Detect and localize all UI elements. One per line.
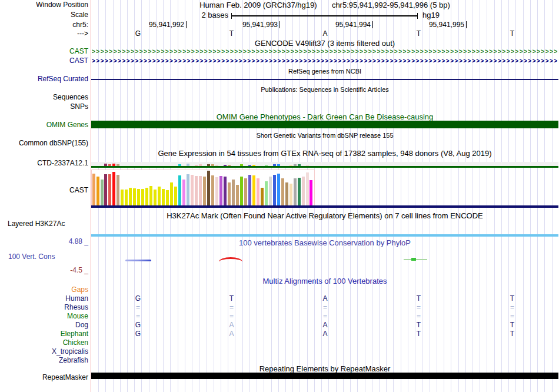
multiz-base-cell: = (414, 313, 424, 320)
multiz-track-title: Multiz Alignments of 100 Vertebrates (91, 277, 558, 285)
gtex-tissue-bar (248, 175, 251, 207)
multiz-species-label[interactable]: Chicken (0, 339, 88, 347)
gencode-cast-minus-strand-arrows[interactable]: >>>>>>>>>>>>>>>>>>>>>>>>>>>>>>>>>>>>>>>>… (92, 57, 558, 65)
repeatmasker-element-bar[interactable] (91, 373, 558, 379)
gtex-tissue-bar (133, 188, 136, 207)
gtex-tissue-bar (149, 186, 152, 207)
gtex-tissue-bar (191, 175, 194, 207)
multiz-species-label[interactable]: Dog (0, 321, 88, 329)
gtex-tissue-bar (261, 188, 264, 207)
chrom-label: chr5: (0, 21, 88, 29)
gtex-tissue-bar (178, 175, 181, 207)
gtex-tissue-bar (310, 180, 312, 207)
reference-base: A (320, 30, 331, 38)
multiz-species-label[interactable]: Human (0, 295, 88, 303)
multiz-base-cell: = (133, 313, 144, 320)
multiz-species-label[interactable]: Gaps (0, 286, 88, 294)
gencode-track-title: GENCODE V49lift37 (3 items filtered out) (91, 39, 558, 48)
gtex-tissue-bar (252, 175, 255, 207)
h3k27ac-track-title: H3K27Ac Mark (Often Found Near Active Re… (91, 212, 558, 220)
gtex-tissue-bar (298, 178, 301, 207)
omim-genes-label[interactable]: OMIM Genes (0, 121, 88, 129)
scale-assembly-text: hg19 (422, 11, 440, 19)
assembly-text: Human Feb. 2009 (GRCh37/hg19) (199, 1, 317, 9)
multiz-species-label[interactable]: Rhesus (0, 304, 88, 311)
gtex-tissue-bar (285, 182, 288, 207)
multiz-species-label[interactable]: Elephant (0, 330, 88, 338)
ruler-tick-mark (466, 21, 467, 28)
gencode-cast-plus-strand-arrows[interactable]: >>>>>>>>>>>>>>>>>>>>>>>>>>>>>>>>>>>>>>>>… (92, 48, 558, 55)
repeatmasker-track-title: Repeating Elements by RepeatMasker (91, 365, 558, 373)
position-text: chr5:95,941,992-95,941,996 (5 bp) (332, 1, 450, 9)
gtex-tissue-bar (228, 182, 231, 207)
window-position-label: Window Position (0, 1, 88, 9)
gtex-tissue-bar (240, 177, 243, 207)
sequences-label[interactable]: Sequences (0, 94, 88, 101)
multiz-base-cell: = (414, 304, 424, 311)
reference-base: T (507, 30, 518, 38)
snps-label[interactable]: SNPs (0, 103, 88, 111)
omim-track-title: OMIM Gene Phenotypes - Dark Green Can Be… (91, 113, 558, 121)
gtex-gene2-label[interactable]: CAST (0, 187, 88, 194)
gtex-tissue-bar (121, 190, 124, 207)
multiz-base-cell: T (227, 295, 237, 303)
gtex-tissue-bar (302, 177, 305, 207)
repeatmasker-label[interactable]: RepeatMasker (0, 374, 88, 381)
gtex-tissue-bar (207, 171, 210, 207)
multiz-species-label[interactable]: Mouse (0, 313, 88, 320)
conservation-max-label: 4.88 _ (0, 238, 88, 245)
gtex-tissue-bar (129, 188, 132, 207)
reference-base: T (227, 30, 237, 38)
gencode-item-cast-plus-label[interactable]: CAST (0, 48, 88, 55)
common-dbsnp-label[interactable]: Common dbSNP(155) (0, 139, 88, 147)
multiz-base-cell: A (227, 321, 237, 329)
scale-label: Scale (0, 11, 88, 19)
conservation-label[interactable]: 100 Vert. Cons (8, 253, 55, 261)
conservation-track-title: 100 vertebrates Basewise Conservation by… (91, 239, 558, 247)
phylop-score-mark-negative-blue (125, 260, 151, 261)
refseq-gene-line[interactable] (91, 79, 558, 80)
gtex-tissue-bar (125, 190, 128, 207)
refseq-curated-label[interactable]: RefSeq Curated (0, 75, 88, 83)
conservation-min-label: -4.5 _ (0, 267, 88, 274)
genome-browser-view[interactable]: Window Position Human Feb. 2009 (GRCh37/… (0, 0, 559, 392)
gtex-tissue-bar (158, 187, 161, 207)
h3k27ac-label[interactable]: Layered H3K27Ac (8, 220, 65, 228)
gtex-gene1-label[interactable]: CTD-2337A12.1 (0, 160, 88, 167)
scale-bar (231, 15, 418, 16)
multiz-base-cell: = (320, 304, 331, 311)
gtex-gene1-line[interactable] (91, 166, 558, 168)
multiz-base-cell: A (320, 330, 331, 338)
gtex-tissue-bar (203, 177, 206, 207)
phylop-score-mark-green-square (411, 258, 416, 261)
gtex-tissue-bar (215, 177, 218, 207)
strand-label[interactable]: ---> (0, 30, 88, 38)
multiz-base-cell: T (414, 321, 424, 329)
gtex-tissue-bar (92, 174, 95, 207)
omim-gene-bar[interactable] (91, 121, 558, 128)
multiz-base-cell: A (320, 295, 331, 303)
ruler-tick-mark (280, 21, 280, 28)
phylop-score-mark-red (219, 257, 242, 262)
gtex-tissue-bar (137, 189, 140, 207)
multiz-base-cell: = (133, 304, 144, 311)
multiz-species-label[interactable]: Zebrafish (0, 357, 88, 364)
ruler-tick-label: 95,941,994 (326, 21, 371, 29)
multiz-base-cell: T (507, 330, 518, 338)
h3k27ac-signal-line[interactable] (91, 234, 558, 237)
publications-track-title: Publications: Sequences in Scientific Ar… (91, 85, 558, 94)
scale-bar-left-tick (231, 13, 232, 19)
gtex-tissue-bar (112, 172, 115, 207)
gtex-tissue-bar (306, 172, 309, 207)
scale-bar-right-tick (417, 13, 418, 19)
gencode-item-cast-minus-label[interactable]: CAST (0, 57, 88, 65)
gtex-tissue-bar (162, 189, 165, 207)
multiz-base-cell: = (507, 304, 518, 311)
gtex-tissue-bar (244, 178, 247, 207)
window-position-value: Human Feb. 2009 (GRCh37/hg19) chr5:95,94… (91, 1, 558, 9)
gtex-tissue-bar (104, 174, 107, 207)
gtex-track-title: Gene Expression in 54 tissues from GTEx … (91, 150, 558, 158)
gtex-tissue-bar (281, 178, 284, 207)
multiz-species-label[interactable]: X_tropicalis (0, 348, 88, 356)
gtex-tissue-bar (211, 175, 214, 207)
